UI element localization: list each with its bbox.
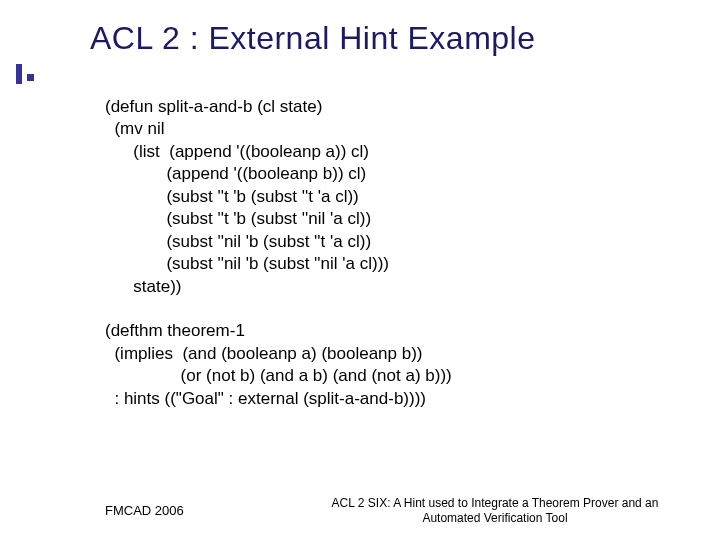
- accent-bar: [16, 64, 22, 84]
- slide-title: ACL 2 : External Hint Example: [90, 20, 536, 57]
- footer-subtitle: ACL 2 SIX: A Hint used to Integrate a Th…: [310, 496, 680, 526]
- footer-conference: FMCAD 2006: [105, 503, 184, 518]
- code-block: (defun split-a-and-b (cl state) (mv nil …: [105, 96, 452, 410]
- accent-dot: [27, 74, 34, 81]
